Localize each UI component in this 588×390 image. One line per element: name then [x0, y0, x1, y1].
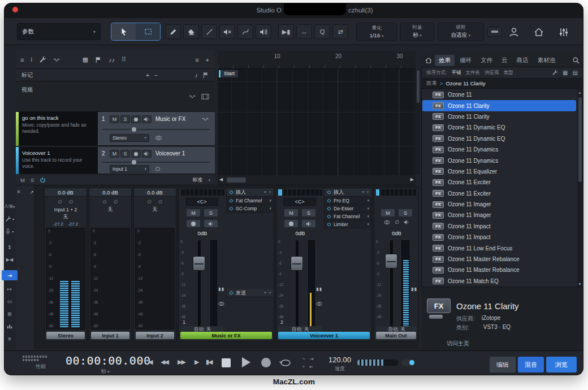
- list-item[interactable]: FXOzone 11 Clarity: [422, 100, 576, 111]
- pan-control[interactable]: <C>: [283, 198, 316, 206]
- channel-label[interactable]: Input 1: [91, 332, 129, 339]
- inspector-icon[interactable]: i: [31, 57, 32, 63]
- insert-slot[interactable]: Fat Channel▾: [227, 197, 274, 205]
- mixer-channel-musicfx[interactable]: <C> M S 0dB 0-3-6-9-12-24-36-48-60 ▮▮ 1 …: [178, 188, 274, 341]
- fader-handle[interactable]: [385, 254, 397, 268]
- range-tool-button[interactable]: [136, 23, 160, 40]
- stereo-icon[interactable]: [154, 135, 163, 141]
- mixer-channel-main-out[interactable]: M S ∅ 0dB 0-3-6-9-12-24-36-48-60 ▮▮ 自动: …: [374, 188, 418, 341]
- pause-icon[interactable]: ▮▮: [411, 287, 417, 292]
- link-view-icon[interactable]: ⇥: [2, 270, 18, 280]
- timestretch-button[interactable]: ↔: [296, 24, 312, 39]
- list-item[interactable]: FXOzone 11 Dynamics: [422, 144, 576, 155]
- browse-view-button[interactable]: 浏览: [546, 357, 577, 372]
- sends-header[interactable]: 发送 ▾ +: [226, 289, 274, 297]
- track-header[interactable]: 2 M S Voiceover 1 Input 1▾: [98, 147, 215, 174]
- rows-icon[interactable]: ≣: [2, 309, 18, 319]
- tools-menu[interactable]: ▾: [2, 214, 18, 224]
- list-item[interactable]: FXOzone 11 Dynamic EQ: [422, 133, 576, 144]
- stereo-icon[interactable]: [315, 301, 323, 306]
- insert-slot[interactable]: Fat Channel▾: [325, 213, 371, 220]
- mix-view-button[interactable]: [557, 26, 570, 38]
- paint-tool-button[interactable]: [165, 24, 181, 39]
- insert-none[interactable]: 无: [89, 206, 131, 213]
- next-marker-button[interactable]: ▶: [194, 358, 198, 366]
- mute-button[interactable]: M: [186, 209, 201, 217]
- home-button[interactable]: [533, 26, 545, 38]
- list-item[interactable]: FXOzone 11 Imager: [422, 210, 576, 220]
- notes-icon[interactable]: ♪♪: [109, 57, 115, 63]
- list-item[interactable]: FXOzone 11 Impact: [422, 221, 576, 232]
- record-arm-button[interactable]: [284, 219, 299, 228]
- meters-icon[interactable]: [2, 321, 18, 331]
- channel-label[interactable]: Music or FX: [180, 332, 272, 339]
- list-view-icon[interactable]: ▤: [573, 70, 578, 76]
- sort-vendor[interactable]: 供应商: [485, 70, 499, 76]
- mute-button[interactable]: M: [110, 150, 119, 158]
- macro-tools-button[interactable]: ⇄: [332, 24, 348, 39]
- grid-view-icon[interactable]: ▦: [83, 56, 88, 63]
- list-item[interactable]: FXOzone 11: [422, 89, 576, 100]
- tempo-display[interactable]: 120.00: [326, 356, 354, 364]
- return-to-zero-button[interactable]: ▮◀: [206, 358, 212, 366]
- layers-icon[interactable]: ⠿: [122, 56, 126, 63]
- input-source-dropdown[interactable]: Input 1 + 2: [45, 206, 87, 213]
- quantize-selector[interactable]: 量化 1/16 ▾: [356, 23, 397, 41]
- quantize-tool-button[interactable]: Q: [314, 24, 330, 39]
- track-header[interactable]: 1 M S Music or FX Stereo▾: [98, 112, 215, 146]
- record-arm-button[interactable]: [186, 219, 201, 228]
- listen-tool-button[interactable]: [256, 24, 271, 39]
- close-icon[interactable]: ×: [17, 189, 20, 195]
- mixer-channel-voiceover[interactable]: <C> M S 0dB 0-3-6-9-12-24-36-48-60 ▮▮ 2 …: [276, 188, 372, 341]
- grid-view-icon[interactable]: ▦: [563, 70, 568, 76]
- list-item[interactable]: FXOzone 11 Dynamic EQ: [422, 122, 576, 133]
- loop-button[interactable]: [279, 359, 292, 367]
- line-tool-button[interactable]: [201, 24, 217, 39]
- monitor-button[interactable]: [142, 150, 152, 158]
- track-height-icon[interactable]: ≡: [195, 57, 198, 63]
- channel-label[interactable]: Voiceover 1: [278, 332, 370, 339]
- pan-control[interactable]: <C>: [185, 198, 218, 206]
- insert-slot[interactable]: Pro EQ▾: [325, 197, 371, 205]
- expand-icon[interactable]: ⇕: [2, 242, 18, 252]
- tab-loops[interactable]: 循环: [456, 55, 475, 66]
- fader-value[interactable]: 0dB: [179, 230, 226, 236]
- volume-slider[interactable]: [102, 162, 210, 163]
- sort-type[interactable]: 类型: [503, 70, 513, 76]
- stop-button[interactable]: [222, 358, 231, 367]
- speaker-icon[interactable]: [404, 219, 410, 225]
- insert-none[interactable]: 无: [45, 213, 87, 220]
- scroll-thumb[interactable]: [578, 97, 582, 182]
- add-insert-button[interactable]: +: [366, 189, 369, 195]
- monitor-button[interactable]: [142, 115, 152, 123]
- list-item[interactable]: FXOzone 11 Equalizer: [422, 166, 576, 177]
- breadcrumb-root[interactable]: 效果: [426, 80, 437, 87]
- solo-button[interactable]: S: [204, 209, 218, 217]
- snap-selector[interactable]: 吸附 自适应 ▾: [438, 23, 484, 41]
- home-icon[interactable]: [425, 57, 433, 64]
- scroll-thumb[interactable]: [227, 177, 246, 183]
- solo-button[interactable]: S: [301, 209, 316, 217]
- mute-button[interactable]: M: [110, 115, 119, 123]
- insert-slot[interactable]: De-Esser▾: [325, 205, 371, 213]
- mixer-channel-input1[interactable]: 0.0 dB ∅∅ 无 0-3-6-9-12-24-36-48-60 Input…: [89, 188, 132, 341]
- slider-handle[interactable]: [132, 160, 136, 164]
- channel-label[interactable]: Input 2: [136, 332, 174, 339]
- arrange-hscrollbar[interactable]: ◀ ▶: [218, 175, 416, 185]
- monitor-button[interactable]: [204, 219, 218, 228]
- gain-readout[interactable]: 0.0 dB: [134, 188, 176, 197]
- fader-track[interactable]: [198, 240, 201, 328]
- insert-slot[interactable]: Limiter▾: [325, 220, 371, 228]
- global-solo-button[interactable]: S: [31, 177, 34, 183]
- route-icon[interactable]: ↦: [2, 284, 18, 294]
- mono-sum-icon[interactable]: [383, 220, 391, 225]
- stereo-icon[interactable]: [218, 301, 225, 306]
- fader-handle[interactable]: [291, 256, 303, 271]
- dim-icon[interactable]: ∅: [395, 219, 400, 225]
- scroll-thumb[interactable]: [417, 70, 420, 103]
- channel-label[interactable]: Stereo: [46, 332, 85, 339]
- performance-meter[interactable]: 性能: [23, 356, 59, 370]
- edit-view-button[interactable]: 编辑: [490, 357, 516, 372]
- monitor-button[interactable]: [301, 219, 316, 228]
- global-mute-button[interactable]: M: [20, 177, 25, 183]
